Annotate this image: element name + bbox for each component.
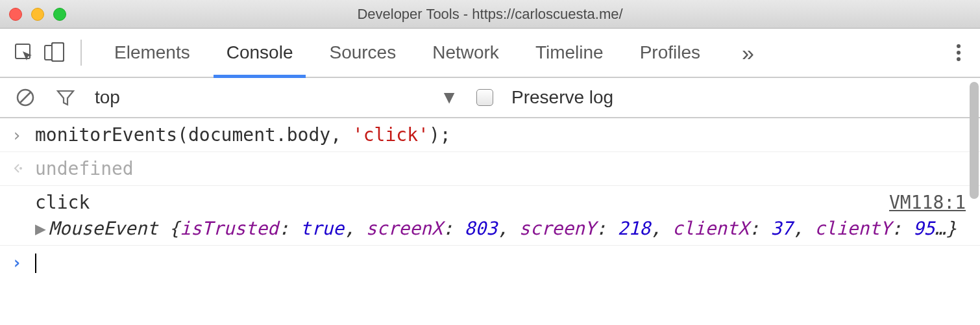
console-input[interactable] bbox=[35, 250, 968, 275]
inspect-element-icon[interactable] bbox=[12, 40, 36, 65]
preserve-log-label: Preserve log bbox=[511, 87, 613, 108]
tab-sources[interactable]: Sources bbox=[311, 29, 414, 77]
object-key: clientY bbox=[815, 218, 891, 239]
object-value: 803 bbox=[464, 218, 497, 239]
object-key: isTrusted bbox=[180, 218, 278, 239]
console-log-entry: click ▶MouseEvent {isTrusted: true, scre… bbox=[0, 186, 980, 245]
object-value: 95 bbox=[913, 218, 935, 239]
vertical-scrollbar[interactable] bbox=[970, 82, 979, 199]
clear-console-icon[interactable] bbox=[14, 86, 36, 109]
console-input-echo: monitorEvents(document.body, 'click'); bbox=[0, 118, 980, 152]
dropdown-caret-icon: ▼ bbox=[440, 87, 458, 108]
log-content: click ▶MouseEvent {isTrusted: true, scre… bbox=[35, 190, 968, 240]
svg-point-6 bbox=[19, 167, 22, 170]
event-object[interactable]: ▶MouseEvent {isTrusted: true, screenX: 8… bbox=[35, 216, 968, 241]
panel-tabs: Elements Console Sources Network Timelin… bbox=[96, 29, 774, 77]
devtools-tabbar: Elements Console Sources Network Timelin… bbox=[0, 29, 980, 78]
event-name: click bbox=[35, 192, 90, 213]
window-titlebar: Developer Tools - https://carloscuesta.m… bbox=[0, 0, 980, 29]
device-toolbar-icon[interactable] bbox=[42, 40, 66, 65]
svg-line-5 bbox=[20, 92, 31, 103]
zoom-window-button[interactable] bbox=[53, 8, 66, 21]
tab-profiles[interactable]: Profiles bbox=[622, 29, 718, 77]
console-toolbar: top ▼ Preserve log bbox=[0, 78, 980, 118]
execution-context-select[interactable]: top ▼ bbox=[95, 87, 458, 108]
tab-timeline[interactable]: Timeline bbox=[517, 29, 622, 77]
return-value-text: undefined bbox=[35, 156, 968, 181]
output-marker-icon bbox=[12, 156, 35, 181]
expand-object-icon[interactable]: ▶ bbox=[35, 218, 46, 239]
log-gutter bbox=[12, 190, 35, 191]
more-menu-icon[interactable] bbox=[957, 44, 961, 61]
tab-network[interactable]: Network bbox=[414, 29, 517, 77]
input-marker-icon bbox=[12, 122, 35, 147]
divider bbox=[80, 40, 82, 66]
prompt-marker-icon bbox=[12, 250, 35, 274]
object-key: screenY bbox=[519, 218, 596, 239]
preserve-log-checkbox[interactable] bbox=[476, 89, 493, 106]
console-prompt[interactable] bbox=[0, 246, 980, 279]
tab-console[interactable]: Console bbox=[208, 29, 312, 77]
object-value: true bbox=[300, 218, 344, 239]
tabs-overflow-button[interactable]: » bbox=[724, 29, 774, 77]
close-window-button[interactable] bbox=[9, 8, 22, 21]
console-command: monitorEvents(document.body, 'click'); bbox=[35, 122, 968, 148]
source-link[interactable]: VM118:1 bbox=[889, 190, 966, 215]
text-cursor bbox=[35, 254, 36, 273]
object-value: 37 bbox=[771, 218, 793, 239]
console-output: monitorEvents(document.body, 'click'); u… bbox=[0, 118, 980, 279]
console-return-value: undefined bbox=[0, 152, 980, 186]
window-title: Developer Tools - https://carloscuesta.m… bbox=[357, 6, 622, 23]
filter-icon[interactable] bbox=[55, 86, 77, 109]
object-value: 218 bbox=[618, 218, 651, 239]
object-key: screenX bbox=[366, 218, 443, 239]
object-key: clientX bbox=[672, 218, 749, 239]
minimize-window-button[interactable] bbox=[31, 8, 44, 21]
svg-rect-2 bbox=[52, 43, 64, 61]
window-controls bbox=[9, 8, 66, 21]
execution-context-value: top bbox=[95, 87, 120, 108]
tab-elements[interactable]: Elements bbox=[96, 29, 208, 77]
